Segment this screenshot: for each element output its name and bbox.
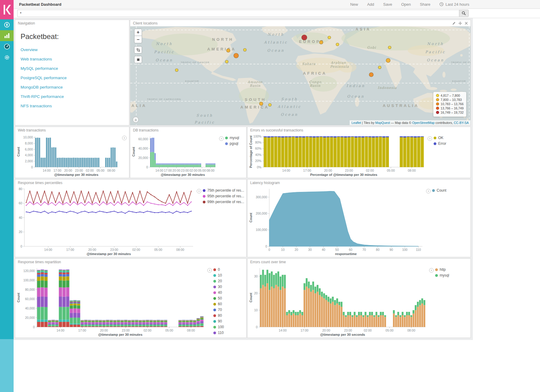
legend-item-30[interactable]: 30 bbox=[213, 285, 224, 289]
menu-new[interactable]: New bbox=[350, 2, 358, 7]
time-picker[interactable]: Last 24 hours bbox=[439, 2, 469, 7]
map-marker[interactable] bbox=[319, 40, 323, 44]
nav-link-web-transactions[interactable]: Web transactions bbox=[21, 57, 52, 61]
legend-item-error[interactable]: Error bbox=[434, 141, 446, 146]
discover-compass-icon[interactable] bbox=[0, 19, 14, 30]
fit-bounds-button[interactable] bbox=[134, 56, 142, 63]
nav-link-thrift-rpc-performance[interactable]: Thrift-RPC performance bbox=[21, 94, 64, 99]
map-marker[interactable] bbox=[175, 69, 178, 72]
map-marker[interactable] bbox=[328, 36, 331, 39]
edit-pencil-icon[interactable] bbox=[452, 21, 456, 25]
web-transactions-chart[interactable]: 02,0004,0006,0008,00010,00014:0017:0020:… bbox=[16, 134, 121, 177]
legend-item-90[interactable]: 90 bbox=[213, 319, 224, 323]
close-icon[interactable] bbox=[465, 22, 468, 25]
search-button[interactable] bbox=[459, 10, 469, 17]
nav-link-postgresql-performance[interactable]: PostgreSQL performance bbox=[21, 76, 67, 80]
legend-item-pgsql[interactable]: pgsql bbox=[225, 141, 239, 146]
map-label-south: South bbox=[281, 97, 298, 101]
legend-item-50[interactable]: 50 bbox=[213, 296, 224, 300]
world-map[interactable]: NORTHAMERICASOUTHAMERICAEUROPEAFRICAASIA… bbox=[130, 26, 470, 125]
draw-filter-crop-button[interactable] bbox=[134, 46, 142, 53]
map-marker[interactable] bbox=[225, 60, 228, 63]
legend-item-80[interactable]: 80 bbox=[213, 313, 224, 318]
chart-legend: › mysqlpgsql bbox=[218, 134, 240, 147]
legend-collapse-button[interactable]: › bbox=[429, 268, 434, 273]
map-marker[interactable] bbox=[378, 66, 381, 69]
license-link[interactable]: CC-BY-SA bbox=[454, 121, 469, 125]
legend-item-mysql[interactable]: mysql bbox=[435, 273, 449, 277]
crop-icon bbox=[136, 48, 140, 52]
map-marker[interactable] bbox=[369, 73, 373, 77]
svg-text:23:00: 23:00 bbox=[345, 169, 353, 172]
map-marker[interactable] bbox=[259, 102, 263, 105]
legend-collapse-button[interactable]: › bbox=[197, 189, 201, 193]
response-times-repartition-chart[interactable]: 020,00040,00060,00080,000100,000120,0001… bbox=[16, 266, 207, 337]
map-marker[interactable] bbox=[386, 58, 390, 63]
nav-link-mysql-performance[interactable]: MySQL performance bbox=[21, 66, 58, 71]
legend-item-0[interactable]: 0 bbox=[213, 267, 224, 272]
legend-item-10[interactable]: 10 bbox=[213, 273, 224, 277]
legend-collapse-button[interactable]: › bbox=[428, 136, 432, 141]
legend-item-40[interactable]: 40 bbox=[213, 290, 224, 295]
legend-collapse-button[interactable]: › bbox=[219, 136, 224, 141]
latency-histogram-chart[interactable]: 0100,000200,000300,000010203040506070809… bbox=[249, 186, 425, 256]
map-marker[interactable] bbox=[268, 103, 271, 106]
kibana-logo[interactable] bbox=[0, 0, 14, 19]
response-times-percentiles-chart[interactable]: 02040608014:0017:0020:0023:0002:0005:000… bbox=[16, 186, 196, 256]
legend-item-110[interactable]: 110 bbox=[213, 331, 224, 335]
legend-item-count[interactable]: Count bbox=[432, 188, 446, 193]
map-marker[interactable] bbox=[336, 43, 339, 46]
legend-item-60[interactable]: 60 bbox=[213, 302, 224, 306]
svg-text:80%: 80% bbox=[255, 141, 261, 144]
map-label-ocean: Ocean bbox=[281, 112, 298, 117]
query-input[interactable] bbox=[17, 10, 459, 17]
menu-open[interactable]: Open bbox=[401, 2, 411, 7]
osm-link[interactable]: OpenStreetMap bbox=[412, 121, 435, 125]
svg-text:0: 0 bbox=[21, 245, 22, 248]
legend-item-20[interactable]: 20 bbox=[213, 279, 224, 283]
svg-text:05:00: 05:00 bbox=[96, 169, 104, 172]
map-marker[interactable] bbox=[243, 48, 246, 51]
map-label-tropic-of-ca: TROPIC OF CA bbox=[451, 61, 470, 64]
leaflet-link[interactable]: Leaflet bbox=[351, 121, 361, 125]
errors-vs-successful-chart[interactable]: 0%20%40%60%80%100%14:0017:0020:0023:0002… bbox=[249, 134, 427, 177]
legend-item-http[interactable]: http bbox=[435, 267, 449, 272]
map-label-australia: AUSTRALIA bbox=[383, 103, 419, 108]
legend-collapse-button[interactable]: › bbox=[207, 268, 212, 273]
svg-text:20:00: 20:00 bbox=[324, 169, 332, 172]
nav-link-overview[interactable]: Overview bbox=[21, 47, 37, 52]
map-marker[interactable] bbox=[234, 53, 238, 58]
svg-text:4,000: 4,000 bbox=[25, 153, 33, 157]
map-marker[interactable] bbox=[226, 49, 230, 52]
settings-gear-icon[interactable] bbox=[0, 52, 14, 63]
map-marker[interactable] bbox=[302, 35, 307, 40]
legend-item-75th-percentile-of-res[interactable]: 75th percentile of res... bbox=[203, 188, 244, 193]
panel-title: Errors vs successful transactions bbox=[250, 128, 303, 132]
dashboard-grid: Navigation Packetbeat: OverviewWeb trans… bbox=[14, 18, 473, 340]
visualize-bar-chart-icon[interactable] bbox=[0, 30, 14, 41]
legend-item-mysql[interactable]: mysql bbox=[225, 136, 239, 140]
legend-collapse-button[interactable]: › bbox=[426, 189, 431, 193]
nav-link-nfs-transactions[interactable]: NFS transactions bbox=[21, 104, 52, 108]
legend-expand-button[interactable]: ‹ bbox=[122, 136, 127, 140]
menu-share[interactable]: Share bbox=[420, 2, 431, 7]
legend-item-100[interactable]: 100 bbox=[213, 325, 224, 329]
svg-text:@timestamp per 30 minutes: @timestamp per 30 minutes bbox=[161, 173, 205, 177]
mapquest-link[interactable]: MapQuest bbox=[375, 121, 390, 125]
legend-dot bbox=[213, 280, 216, 283]
errors-count-over-time-chart[interactable]: 010203014:0017:0020:0023:0002:0005:0008:… bbox=[249, 266, 428, 337]
move-icon[interactable] bbox=[458, 21, 462, 25]
dashboard-gauge-icon[interactable] bbox=[0, 41, 14, 52]
nav-link-mongodb-performance[interactable]: MongoDB performance bbox=[21, 85, 63, 89]
menu-add[interactable]: Add bbox=[367, 2, 374, 7]
svg-text:40,000: 40,000 bbox=[138, 147, 148, 150]
legend-item-99th-percentile-of-res[interactable]: 99th percentile of res... bbox=[203, 200, 244, 204]
legend-item-ok[interactable]: OK bbox=[434, 136, 446, 140]
zoom-out-button[interactable]: − bbox=[134, 36, 142, 43]
legend-item-70[interactable]: 70 bbox=[213, 308, 224, 312]
zoom-in-button[interactable]: + bbox=[134, 29, 142, 36]
db-transactions-chart[interactable]: 020,00040,00060,00014:0017:0020:0023:000… bbox=[131, 134, 218, 177]
map-marker[interactable] bbox=[388, 46, 391, 49]
legend-item-95th-percentile-of-res[interactable]: 95th percentile of res... bbox=[203, 194, 244, 198]
menu-save[interactable]: Save bbox=[383, 2, 392, 7]
